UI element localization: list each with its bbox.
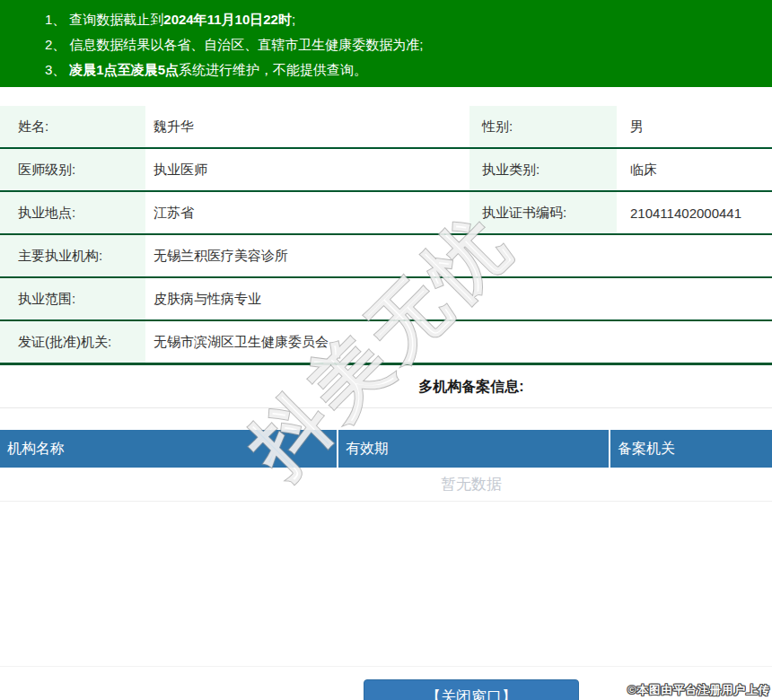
level-label: 医师级别: [0,148,145,191]
spacer [0,502,772,666]
name-value: 魏升华 [145,106,469,148]
spacer [0,408,772,430]
empty-data-placeholder: 暂无数据 [0,468,772,502]
category-label: 执业类别: [469,148,617,191]
org-label: 主要执业机构: [0,234,145,277]
table-row: 主要执业机构: 无锡兰积医疗美容诊所 [0,234,772,277]
notice-text-bold: 2024年11月10日22时 [163,12,292,27]
level-value: 执业医师 [145,148,469,191]
doctor-profile-table: 姓名: 魏升华 性别: 男 医师级别: 执业医师 执业类别: 临床 执业地点: … [0,106,772,365]
place-label: 执业地点: [0,191,145,234]
notice-line-1: 1、查询数据截止到2024年11月10日22时; [45,7,763,32]
table-row: 发证(批准)机关: 无锡市滨湖区卫生健康委员会 [0,320,772,364]
notice-number: 3、 [45,62,66,77]
notice-bar: 1、查询数据截止到2024年11月10日22时; 2、信息数据结果以各省、自治区… [0,0,772,87]
table-row: 执业范围: 皮肤病与性病专业 [0,277,772,320]
table-row: 执业地点: 江苏省 执业证书编码: 210411402000441 [0,191,772,234]
notice-line-2: 2、信息数据结果以各省、自治区、直辖市卫生健康委数据为准; [45,32,763,57]
notice-text: 查询数据截止到 [69,12,163,27]
category-value: 临床 [617,148,772,191]
authority-label: 发证(批准)机关: [0,320,145,364]
close-window-button[interactable]: 【关闭窗口】 [364,679,579,700]
page: 1、查询数据截止到2024年11月10日22时; 2、信息数据结果以各省、自治区… [0,0,772,700]
notice-text: 系统进行维护，不能提供查询。 [179,62,367,77]
authority-value: 无锡市滨湖区卫生健康委员会 [145,320,772,364]
notice-text-bold: 凌晨1点至凌晨5点 [69,62,179,77]
notice-number: 1、 [45,12,66,27]
org-value: 无锡兰积医疗美容诊所 [145,234,772,277]
cert-value: 210411402000441 [617,191,772,234]
column-header-institution: 机构名称 [0,430,337,468]
notice-line-3: 3、凌晨1点至凌晨5点系统进行维护，不能提供查询。 [45,57,763,83]
column-header-authority: 备案机关 [609,430,772,468]
name-label: 姓名: [0,106,145,148]
gender-value: 男 [617,106,772,148]
filing-table-header: 机构名称 有效期 备案机关 [0,430,772,468]
filing-section-title: 多机构备案信息: [0,365,772,408]
scope-value: 皮肤病与性病专业 [145,277,772,320]
scope-label: 执业范围: [0,277,145,320]
table-row: 姓名: 魏升华 性别: 男 [0,106,772,148]
place-value: 江苏省 [145,191,469,234]
upload-note-watermark: ©本图由平台注册用户上传 [627,683,770,698]
notice-text: ; [292,12,295,27]
cert-label: 执业证书编码: [469,191,617,234]
notice-number: 2、 [45,37,66,52]
column-header-validity: 有效期 [337,430,609,468]
table-row: 医师级别: 执业医师 执业类别: 临床 [0,148,772,191]
notice-text: 信息数据结果以各省、自治区、直辖市卫生健康委数据为准; [69,37,423,52]
gender-label: 性别: [469,106,617,148]
